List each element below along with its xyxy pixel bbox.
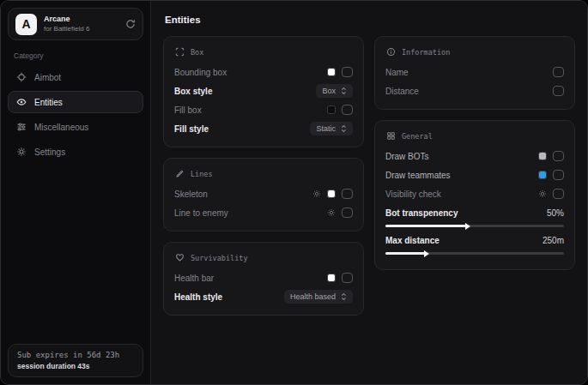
setting-label: Draw teammates <box>385 171 538 180</box>
sliders-icon <box>16 122 27 132</box>
bot-transparency-slider[interactable] <box>385 225 564 227</box>
line-to-enemy-checkbox[interactable] <box>342 208 353 218</box>
draw-bots-checkbox[interactable] <box>553 151 564 161</box>
sub-expiry-text: Sub expires in 56d 23h <box>17 351 134 359</box>
dropdown-value: Health based <box>290 292 336 301</box>
panel-title: Lines <box>191 170 213 178</box>
setting-label: Visibility check <box>385 189 538 199</box>
chevron-up-down-icon <box>341 292 347 301</box>
setting-row-name: Name <box>385 63 564 81</box>
health-bar-checkbox[interactable] <box>342 273 353 283</box>
sidebar-item-label: Settings <box>34 147 65 157</box>
info-icon <box>386 47 396 57</box>
sidebar-item-label: Aimbot <box>34 73 61 82</box>
app-logo: A <box>15 14 37 35</box>
sidebar-item-entities[interactable]: Entities <box>8 91 143 113</box>
sidebar: A Arcane for Battlefield 6 Category Aimb… <box>1 1 151 384</box>
panel-title: Information <box>402 48 450 57</box>
sidebar-item-miscellaneous[interactable]: Miscellaneous <box>8 116 143 138</box>
crosshair-icon <box>16 72 27 82</box>
setting-label: Fill style <box>174 124 310 134</box>
setting-row-health-style: Health style Health based <box>174 287 353 306</box>
setting-row-health-bar: Health bar <box>174 268 353 287</box>
app-title: Arcane <box>44 15 118 24</box>
slider-value: 50% <box>547 208 564 218</box>
dropdown-value: Static <box>316 124 336 133</box>
setting-label: Bounding box <box>174 68 327 77</box>
slider-value: 250m <box>543 236 564 245</box>
slider-fill[interactable] <box>385 252 425 255</box>
bot-transparency-slider-row: Bot transpenency 50% <box>385 206 564 227</box>
sidebar-item-settings[interactable]: Settings <box>8 141 143 163</box>
app-subtitle: for Battlefield 6 <box>44 25 118 33</box>
app-window: A Arcane for Battlefield 6 Category Aimb… <box>0 0 588 385</box>
setting-label: Distance <box>385 87 553 96</box>
setting-row-distance: Distance <box>385 81 564 100</box>
setting-label: Line to enemy <box>174 208 327 218</box>
setting-row-draw-bots: Draw BOTs <box>385 147 564 165</box>
pencil-icon <box>175 169 185 178</box>
panel-title: Box <box>191 48 203 57</box>
sidebar-item-label: Entities <box>34 98 63 107</box>
refresh-icon[interactable] <box>125 19 136 29</box>
setting-row-draw-teammates: Draw teammates <box>385 165 564 184</box>
dropdown-value: Box <box>322 87 336 95</box>
fill-style-dropdown[interactable]: Static <box>310 122 353 135</box>
slider-fill[interactable] <box>385 225 466 227</box>
draw-teammates-checkbox[interactable] <box>553 170 564 180</box>
setting-row-fill-style: Fill style Static <box>174 119 353 138</box>
chevron-up-down-icon <box>341 124 347 133</box>
panel-title: Survivability <box>191 254 248 262</box>
color-swatch[interactable] <box>327 189 336 198</box>
slider-label: Max distance <box>385 236 543 245</box>
color-swatch[interactable] <box>538 171 547 179</box>
sidebar-item-aimbot[interactable]: Aimbot <box>8 66 143 88</box>
setting-row-box-style: Box style Box <box>174 81 353 100</box>
survivability-panel: Survivability Health bar Health style <box>163 242 364 316</box>
gear-icon[interactable] <box>538 189 547 198</box>
setting-label: Health style <box>174 292 284 302</box>
color-swatch[interactable] <box>327 68 336 76</box>
general-panel: General Draw BOTs Draw teammates <box>374 120 575 270</box>
setting-label: Fill box <box>174 105 327 115</box>
sidebar-item-label: Miscellaneous <box>34 123 88 132</box>
panel-title: General <box>402 132 433 141</box>
setting-label: Name <box>385 68 553 77</box>
gear-icon[interactable] <box>327 208 336 217</box>
skeleton-checkbox[interactable] <box>342 189 353 199</box>
gear-icon[interactable] <box>312 189 321 198</box>
box-style-dropdown[interactable]: Box <box>316 84 353 98</box>
bounding-box-checkbox[interactable] <box>342 67 353 77</box>
box-panel: Box Bounding box Box style Box <box>163 36 364 147</box>
name-checkbox[interactable] <box>553 67 564 77</box>
color-swatch[interactable] <box>327 105 336 114</box>
main-content: Entities Box Bounding box <box>151 1 587 384</box>
setting-label: Box style <box>174 87 316 96</box>
color-swatch[interactable] <box>538 152 547 160</box>
page-title: Entities <box>165 15 575 25</box>
setting-row-line-to-enemy: Line to enemy <box>174 203 353 222</box>
setting-row-bounding-box: Bounding box <box>174 63 353 81</box>
heart-icon <box>175 253 185 262</box>
distance-checkbox[interactable] <box>553 86 564 96</box>
gear-icon <box>16 147 27 157</box>
setting-label: Draw BOTs <box>385 152 538 161</box>
session-duration-text: session duration 43s <box>17 362 134 370</box>
max-distance-slider[interactable] <box>385 252 564 255</box>
category-label: Category <box>14 51 143 60</box>
health-style-dropdown[interactable]: Health based <box>284 290 353 304</box>
setting-row-fill-box: Fill box <box>174 100 353 119</box>
max-distance-slider-row: Max distance 250m <box>385 233 564 255</box>
setting-row-visibility-check: Visibility check <box>385 184 564 203</box>
setting-label: Health bar <box>174 274 327 283</box>
visibility-check-checkbox[interactable] <box>553 189 564 199</box>
grid-icon <box>386 131 396 141</box>
setting-row-skeleton: Skeleton <box>174 184 353 203</box>
box-corners-icon <box>175 47 185 57</box>
color-swatch[interactable] <box>327 274 336 282</box>
lines-panel: Lines Skeleton <box>163 158 364 232</box>
slider-label: Bot transpenency <box>385 208 547 218</box>
eye-icon <box>16 97 27 107</box>
information-panel: Information Name Distance <box>374 36 575 110</box>
fill-box-checkbox[interactable] <box>342 105 353 115</box>
